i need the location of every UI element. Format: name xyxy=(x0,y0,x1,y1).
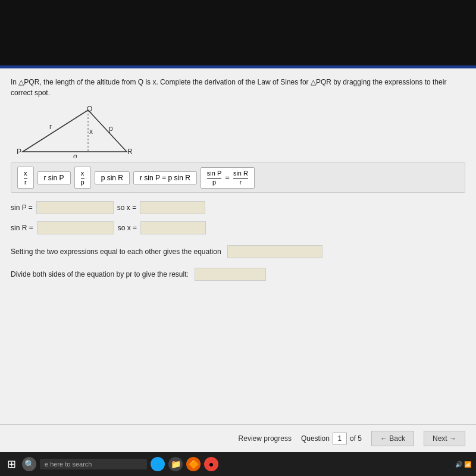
drag-item-r-sin-p[interactable]: r sin P xyxy=(37,171,71,184)
taskbar-search[interactable]: e here to search xyxy=(40,459,147,469)
taskbar: ⊞ 🔍 e here to search 🌐 📁 🔶 ● 🔊 📶 xyxy=(0,452,476,476)
sin-r-fill2[interactable] xyxy=(140,221,206,234)
search-icon: 🔍 xyxy=(22,457,36,471)
edge-icon[interactable]: 🌐 xyxy=(151,457,165,471)
top-black-area xyxy=(0,0,476,65)
sin-p-fill2[interactable] xyxy=(140,201,205,214)
sin-p-row: sin P = so x = xyxy=(11,201,465,214)
equal-eq-row: Setting the two expressions equal to eac… xyxy=(11,245,465,258)
sin-p-label: sin P = xyxy=(11,203,33,212)
vertex-R: R xyxy=(127,148,133,156)
drag-item-p-sin-r[interactable]: p sin R xyxy=(95,171,130,184)
system-tray: 🔊 📶 xyxy=(455,461,471,468)
question-number-box: 1 xyxy=(333,433,347,444)
chrome-icon[interactable]: ● xyxy=(204,457,218,471)
label-x: x xyxy=(89,127,93,136)
drag-item-x-over-r[interactable]: x r xyxy=(17,167,34,189)
sin-r-row: sin R = so x = xyxy=(11,221,465,234)
sin-p-fill1[interactable] xyxy=(36,201,114,214)
label-r: r xyxy=(49,123,52,131)
app-icon[interactable]: 🔶 xyxy=(186,457,201,471)
drag-items-container: x r r sin P x p p sin R r sin P xyxy=(11,162,465,193)
equal-eq-text: Setting the two expressions equal to eac… xyxy=(11,248,221,256)
divide-eq-row: Divide both sides of the equation by pr … xyxy=(11,268,465,281)
next-button[interactable]: Next → xyxy=(424,431,465,446)
back-button[interactable]: ← Back xyxy=(371,431,414,446)
sin-r-label: sin R = xyxy=(11,224,33,232)
drag-item-x-over-p[interactable]: x p xyxy=(74,167,91,189)
equal-eq-fill[interactable] xyxy=(227,245,322,258)
drag-item-r-sin-p-eq-p-sin-r[interactable]: r sin P = p sin R xyxy=(133,171,197,184)
main-content: In △PQR, the length of the altitude from… xyxy=(0,68,476,424)
file-explorer-icon[interactable]: 📁 xyxy=(168,457,183,471)
question-text: In △PQR, the length of the altitude from… xyxy=(11,77,465,98)
review-progress-button[interactable]: Review progress xyxy=(239,434,292,443)
taskbar-right: 🔊 📶 xyxy=(455,461,471,468)
vertex-Q: Q xyxy=(87,105,92,113)
drag-item-sin-fraction-eq[interactable]: sin P p = sin R r xyxy=(201,167,255,189)
divide-eq-text: Divide both sides of the equation by pr … xyxy=(11,270,189,278)
diagram-area: r x p q Q P R xyxy=(11,104,465,158)
start-button[interactable]: ⊞ xyxy=(5,458,18,471)
so-x-label-1: so x = xyxy=(117,203,136,212)
triangle-diagram: r x p q Q P R xyxy=(17,104,136,158)
divide-eq-fill[interactable] xyxy=(195,268,266,281)
so-x-label-2: so x = xyxy=(118,224,137,232)
question-label: Question xyxy=(301,434,330,443)
label-q: q xyxy=(73,152,77,158)
question-number: 1 xyxy=(338,434,342,443)
triangle-svg: r x p q Q P R xyxy=(17,104,136,158)
screen: In △PQR, the length of the altitude from… xyxy=(0,0,476,476)
vertex-P: P xyxy=(17,148,21,156)
question-indicator: Question 1 of 5 xyxy=(301,433,362,444)
of-label: of 5 xyxy=(350,434,362,443)
bottom-bar: Review progress Question 1 of 5 ← Back N… xyxy=(0,424,476,452)
sin-r-fill1[interactable] xyxy=(37,221,114,234)
label-p: p xyxy=(109,124,113,133)
